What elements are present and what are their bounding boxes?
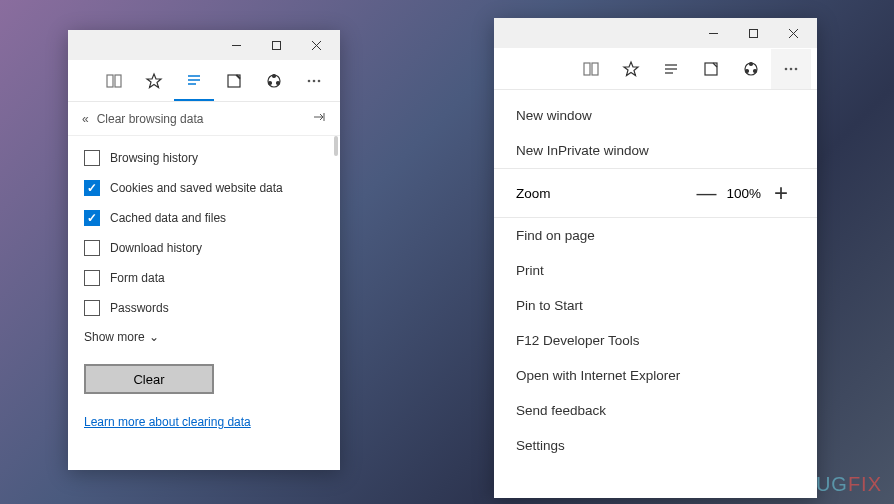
checkbox-icon[interactable] (84, 270, 100, 286)
reading-list-icon[interactable] (571, 49, 611, 89)
checkbox-browsing-history[interactable]: Browsing history (84, 150, 324, 166)
maximize-button[interactable] (256, 31, 296, 59)
svg-point-33 (785, 67, 788, 70)
minimize-button[interactable] (216, 31, 256, 59)
clear-button-label: Clear (133, 372, 164, 387)
checkbox-icon[interactable] (84, 240, 100, 256)
window-titlebar (68, 30, 340, 60)
edge-menu-window: New window New InPrivate window Zoom — 1… (494, 18, 817, 498)
checkbox-label: Browsing history (110, 151, 198, 165)
zoom-label: Zoom (516, 186, 692, 201)
show-more-toggle[interactable]: Show more ⌄ (84, 330, 324, 344)
menu-print[interactable]: Print (494, 253, 817, 288)
svg-point-32 (754, 69, 757, 72)
menu-find[interactable]: Find on page (494, 218, 817, 253)
back-icon[interactable]: « (82, 112, 89, 126)
svg-point-13 (269, 81, 272, 84)
favorites-star-icon[interactable] (134, 61, 174, 101)
share-icon[interactable] (731, 49, 771, 89)
checkbox-label: Download history (110, 241, 202, 255)
more-icon[interactable] (294, 61, 334, 101)
checkbox-cached[interactable]: Cached data and files (84, 210, 324, 226)
checkbox-icon[interactable] (84, 210, 100, 226)
checkbox-icon[interactable] (84, 180, 100, 196)
svg-rect-1 (272, 41, 280, 49)
chevron-down-icon: ⌄ (149, 330, 159, 344)
svg-point-17 (318, 79, 321, 82)
svg-point-12 (273, 74, 276, 77)
hub-icon[interactable] (174, 61, 214, 101)
watermark-part1: UG (816, 473, 848, 495)
svg-rect-19 (749, 29, 757, 37)
learn-more-link[interactable]: Learn more about clearing data (84, 415, 251, 429)
webnote-icon[interactable] (691, 49, 731, 89)
menu-open-ie[interactable]: Open with Internet Explorer (494, 358, 817, 393)
svg-rect-23 (592, 63, 598, 75)
zoom-out-button[interactable]: — (692, 182, 720, 205)
panel-header: « Clear browsing data (68, 102, 340, 136)
svg-point-15 (308, 79, 311, 82)
pin-icon[interactable] (312, 110, 326, 127)
svg-rect-5 (115, 75, 121, 87)
favorites-star-icon[interactable] (611, 49, 651, 89)
panel-title: Clear browsing data (97, 112, 204, 126)
svg-point-14 (277, 81, 280, 84)
maximize-button[interactable] (733, 19, 773, 47)
zoom-in-button[interactable]: + (767, 179, 795, 207)
menu-feedback[interactable]: Send feedback (494, 393, 817, 428)
svg-point-34 (790, 67, 793, 70)
window-titlebar (494, 18, 817, 48)
checkbox-icon[interactable] (84, 300, 100, 316)
minimize-button[interactable] (693, 19, 733, 47)
watermark: UGFIX (816, 473, 882, 496)
edge-toolbar (494, 48, 817, 90)
menu-new-inprivate[interactable]: New InPrivate window (494, 133, 817, 168)
edge-toolbar (68, 60, 340, 102)
show-more-label: Show more (84, 330, 145, 344)
panel-body: Browsing history Cookies and saved websi… (68, 136, 340, 444)
clear-button[interactable]: Clear (84, 364, 214, 394)
webnote-icon[interactable] (214, 61, 254, 101)
menu-devtools[interactable]: F12 Developer Tools (494, 323, 817, 358)
reading-list-icon[interactable] (94, 61, 134, 101)
checkbox-cookies[interactable]: Cookies and saved website data (84, 180, 324, 196)
menu-pin-start[interactable]: Pin to Start (494, 288, 817, 323)
checkbox-label: Passwords (110, 301, 169, 315)
more-menu: New window New InPrivate window Zoom — 1… (494, 90, 817, 471)
menu-zoom: Zoom — 100% + (494, 168, 817, 218)
hub-icon[interactable] (651, 49, 691, 89)
share-icon[interactable] (254, 61, 294, 101)
watermark-part2: FIX (848, 473, 882, 495)
checkbox-label: Form data (110, 271, 165, 285)
checkbox-passwords[interactable]: Passwords (84, 300, 324, 316)
menu-new-window[interactable]: New window (494, 98, 817, 133)
checkbox-icon[interactable] (84, 150, 100, 166)
checkbox-label: Cached data and files (110, 211, 226, 225)
checkbox-form-data[interactable]: Form data (84, 270, 324, 286)
svg-point-30 (750, 62, 753, 65)
svg-rect-22 (584, 63, 590, 75)
checkbox-download-history[interactable]: Download history (84, 240, 324, 256)
more-icon[interactable] (771, 49, 811, 89)
close-button[interactable] (773, 19, 813, 47)
clear-browsing-data-window: « Clear browsing data Browsing history C… (68, 30, 340, 470)
zoom-value: 100% (726, 186, 761, 201)
svg-rect-4 (107, 75, 113, 87)
svg-point-31 (746, 69, 749, 72)
svg-point-16 (313, 79, 316, 82)
checkbox-label: Cookies and saved website data (110, 181, 283, 195)
svg-point-35 (795, 67, 798, 70)
scrollbar[interactable] (334, 136, 338, 156)
menu-settings[interactable]: Settings (494, 428, 817, 463)
close-button[interactable] (296, 31, 336, 59)
